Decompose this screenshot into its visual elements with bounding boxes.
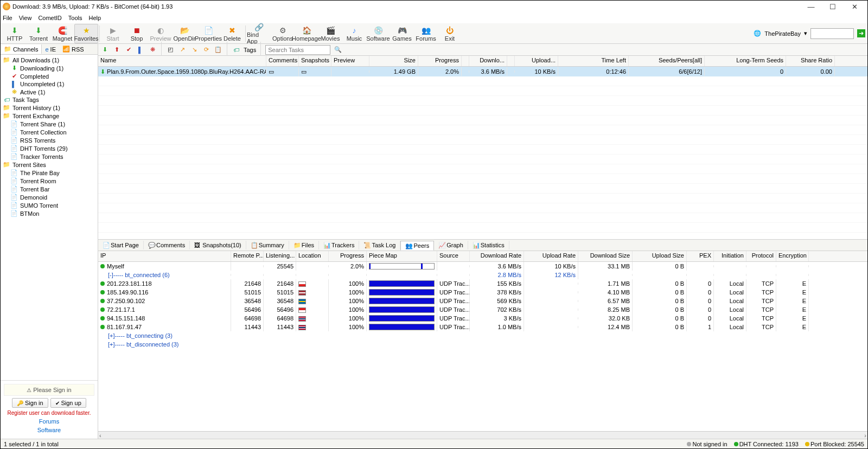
mini-icon[interactable]: ↗	[178, 46, 187, 54]
tree-item[interactable]: 📄Torrent Share (1)	[1, 120, 98, 128]
col-header[interactable]: Comments	[266, 56, 299, 66]
close-button[interactable]: ✕	[844, 3, 865, 11]
peer-row[interactable]: 37.250.90.1023654836548100%UDP Trac...56…	[98, 297, 867, 305]
mini-icon[interactable]: ⬆	[112, 46, 121, 54]
task-search-input[interactable]	[265, 45, 330, 55]
tree-item[interactable]: 📄RSS Torrents	[1, 136, 98, 144]
col-header[interactable]: Seeds/Peers[all]	[629, 56, 705, 66]
pcol-header[interactable]: Initiation	[714, 251, 746, 261]
tb-stop[interactable]: ⏹Stop	[125, 24, 149, 43]
col-header[interactable]	[462, 56, 469, 66]
col-header[interactable]: Upload...	[515, 56, 558, 66]
sb-tab-ie[interactable]: eIE	[42, 45, 59, 54]
pcol-header[interactable]: Location	[296, 251, 329, 261]
pcol-header[interactable]: IP	[98, 251, 231, 261]
tb-delete[interactable]: ✖Delete	[220, 24, 244, 43]
software-link[interactable]: Software	[4, 427, 94, 433]
tb-properties[interactable]: 📄Properties	[196, 24, 220, 43]
tree-item[interactable]: 📄DHT Torrents (29)	[1, 144, 98, 152]
dtab-snapshots[interactable]: 🖼Snapshots(10)	[190, 241, 246, 249]
dtab-statistics[interactable]: 📊Statistics	[468, 241, 509, 249]
tb-torrent[interactable]: ⬇Torrent	[27, 24, 50, 43]
sb-tab-rss[interactable]: 📶RSS	[59, 44, 87, 54]
dropdown-icon[interactable]: ▾	[804, 30, 807, 37]
mini-icon[interactable]: ↘	[190, 46, 199, 54]
dtab-graph[interactable]: 📈Graph	[434, 241, 468, 249]
tree-item[interactable]: ⬇Downloading (1)	[1, 64, 98, 72]
dtab-summary[interactable]: 📋Summary	[246, 241, 289, 249]
horizontal-scrollbar[interactable]: ‹›	[98, 431, 867, 439]
task-row[interactable]: ⬇ Plan.9.From.Outer.Space.1959.1080p.Blu…	[98, 67, 867, 76]
col-header[interactable]: Time Left	[558, 56, 629, 66]
web-search-input[interactable]	[810, 28, 854, 39]
tb-options[interactable]: ⚙Options	[271, 24, 295, 43]
pcol-header[interactable]: Download Size	[578, 251, 633, 261]
peer-row[interactable]: 72.21.17.15649656496100%UDP Trac...702 K…	[98, 305, 867, 314]
pcol-header[interactable]: Upload Size	[633, 251, 687, 261]
col-header[interactable]: Share Ratio	[786, 56, 835, 66]
dtab-files[interactable]: 📁Files	[289, 241, 319, 249]
signup-button[interactable]: ✔ Sign up	[50, 398, 86, 408]
col-header[interactable]: Size	[369, 56, 418, 66]
search-go-icon[interactable]: ➜	[857, 29, 865, 37]
tree-item[interactable]: 📁Torrent Exchange	[1, 112, 98, 120]
tb-start[interactable]: ▶Start	[101, 24, 125, 43]
tb-http[interactable]: ⬇HTTP	[3, 24, 27, 43]
pcol-header[interactable]: Piece Map	[367, 251, 437, 261]
col-header[interactable]: Downlo...	[469, 56, 507, 66]
tb-magnet[interactable]: 🧲Magnet	[50, 24, 74, 43]
minimize-button[interactable]: —	[800, 3, 822, 11]
pcol-header[interactable]: Progress	[329, 251, 367, 261]
menu-help[interactable]: Help	[88, 15, 101, 21]
forums-link[interactable]: Forums	[4, 418, 94, 425]
tree-item[interactable]: 📄Torrent Room	[1, 177, 98, 185]
peer-row[interactable]: 94.15.151.1486469864698100%UDP Trac...3 …	[98, 314, 867, 323]
peer-row[interactable]: 81.167.91.471144311443100%UDP Trac...1.0…	[98, 323, 867, 331]
col-header[interactable]	[507, 56, 515, 66]
tree-item[interactable]: 📁All Downloads (1)	[1, 56, 98, 64]
tb-bind app[interactable]: 🔗Bind App	[247, 24, 271, 43]
pcol-header[interactable]: PEX	[687, 251, 714, 261]
tb-games[interactable]: 🎮Games	[390, 24, 414, 43]
menu-cometid[interactable]: CometID	[38, 15, 61, 21]
mini-icon[interactable]: ◰	[166, 46, 175, 54]
tree-item[interactable]: ✔Completed	[1, 72, 98, 80]
tb-opendir[interactable]: 📂OpenDir	[173, 24, 196, 43]
search-icon[interactable]: 🔍	[334, 46, 342, 53]
sb-tab-channels[interactable]: 📁Channels	[1, 44, 42, 54]
tree-item[interactable]: 📁Torrent Sites	[1, 161, 98, 169]
tree-item[interactable]: 📄Torrent Collection	[1, 128, 98, 136]
signin-button[interactable]: 🔑 Sign in	[12, 398, 48, 408]
tb-preview[interactable]: ◐Preview	[149, 24, 173, 43]
pcol-header[interactable]: Listening...	[264, 251, 296, 261]
pcol-header[interactable]: Download Rate	[470, 251, 524, 261]
menu-view[interactable]: View	[19, 15, 32, 21]
tree-item[interactable]: 📄SUMO Torrent	[1, 201, 98, 209]
tb-music[interactable]: ♪Music	[342, 24, 366, 43]
peer-group[interactable]: [+]----- bt_disconnected (3)	[98, 340, 867, 349]
peer-row[interactable]: 185.149.90.1165101551015100%UDP Trac...3…	[98, 288, 867, 297]
dtab-trackers[interactable]: 📊Trackers	[319, 241, 359, 249]
tree-item[interactable]: 📁Torrent History (1)	[1, 104, 98, 112]
dtab-comments[interactable]: 💬Comments	[144, 241, 190, 249]
pcol-header[interactable]: Upload Rate	[524, 251, 578, 261]
col-header[interactable]: Preview	[331, 56, 369, 66]
mini-icon[interactable]: ▌	[136, 46, 145, 54]
peer-row[interactable]: 2.8 MB/s12 KB/s	[98, 271, 867, 279]
mini-icon[interactable]: ✔	[124, 46, 133, 54]
menu-tools[interactable]: Tools	[68, 15, 82, 21]
mini-icon[interactable]: ⟳	[202, 46, 210, 54]
tb-software[interactable]: 💿Software	[366, 24, 390, 43]
pcol-header[interactable]: Encryption	[776, 251, 809, 261]
tree-item[interactable]: 📄Demonoid	[1, 193, 98, 201]
peer-group[interactable]: [+]----- bt_connecting (3)	[98, 331, 867, 340]
dtab-startpage[interactable]: 📄Start Page	[98, 241, 144, 249]
tb-movies[interactable]: 🎬Movies	[318, 24, 342, 43]
mini-icon[interactable]: ⬇	[100, 46, 109, 54]
col-header[interactable]: Snapshots	[299, 56, 331, 66]
col-header[interactable]: Progress	[418, 56, 462, 66]
tree-item[interactable]: 📄BTMon	[1, 209, 98, 217]
peer-row[interactable]: Myself255452.0%3.6 MB/s10 KB/s33.1 MB0 B	[98, 262, 867, 271]
col-header[interactable]: Long-Term Seeds	[705, 56, 786, 66]
tags-icon[interactable]: 🏷	[232, 46, 240, 54]
